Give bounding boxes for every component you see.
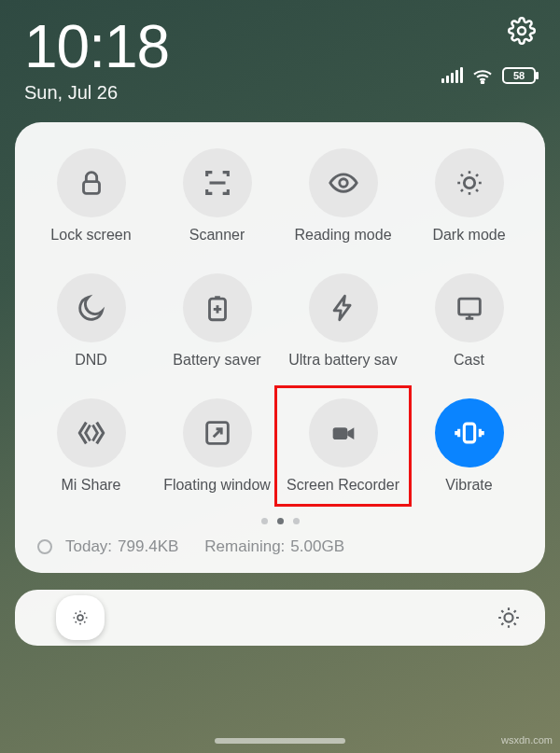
camcorder-icon (328, 417, 359, 449)
screen-recorder-toggle[interactable] (309, 398, 378, 467)
tile-cast[interactable]: Cast (406, 273, 532, 369)
tile-dark-mode[interactable]: Dark mode (406, 148, 532, 244)
page-dot[interactable] (261, 518, 268, 524)
tile-label: Vibrate (445, 477, 492, 494)
tile-label: Ultra battery sav (288, 352, 397, 369)
lock-icon (76, 167, 107, 199)
svg-point-2 (78, 615, 84, 621)
brightness-high-icon (497, 606, 521, 630)
eye-icon (328, 167, 359, 199)
brightness-slider[interactable] (15, 590, 545, 646)
data-usage-icon (37, 539, 52, 554)
tile-label: Lock screen (50, 227, 131, 244)
tile-reading-mode[interactable]: Reading mode (280, 148, 406, 244)
bolt-icon (328, 292, 359, 324)
tile-label: Reading mode (294, 227, 391, 244)
data-today-label: Today: (65, 537, 112, 556)
tile-mi-share[interactable]: Mi Share (28, 398, 154, 494)
vibrate-toggle[interactable] (435, 398, 504, 467)
page-dot[interactable] (277, 518, 284, 524)
cast-toggle[interactable] (435, 273, 504, 342)
tile-scanner[interactable]: Scanner (154, 148, 280, 244)
watermark: wsxdn.com (501, 734, 553, 746)
tile-label: Battery saver (173, 352, 260, 369)
ultra-battery-toggle[interactable] (309, 273, 378, 342)
signal-icon (441, 68, 463, 83)
tile-label: Screen Recorder (287, 477, 399, 494)
tile-label: Dark mode (432, 227, 505, 244)
settings-button[interactable] (508, 17, 536, 45)
data-remaining-value: 5.00GB (290, 537, 344, 556)
dark-mode-toggle[interactable] (435, 148, 504, 217)
scanner-icon (202, 167, 233, 199)
cast-icon (454, 292, 485, 324)
data-remaining-label: Remaining: (204, 537, 285, 556)
darkmode-icon (454, 167, 485, 199)
tile-ultra-battery[interactable]: Ultra battery sav (280, 273, 406, 369)
tile-battery-saver[interactable]: Battery saver (154, 273, 280, 369)
page-dot[interactable] (293, 518, 300, 524)
clock-date: Sun, Jul 26 (24, 82, 169, 104)
tile-label: Scanner (189, 227, 245, 244)
svg-point-3 (504, 613, 512, 621)
clock-time: 10:18 (24, 17, 169, 77)
tile-lock-screen[interactable]: Lock screen (28, 148, 154, 244)
tile-screen-recorder[interactable]: Screen Recorder (280, 398, 406, 494)
reading-mode-toggle[interactable] (309, 148, 378, 217)
tile-dnd[interactable]: DND (28, 273, 154, 369)
tile-label: Mi Share (61, 477, 120, 494)
data-usage-row[interactable]: Today: 799.4KB Remaining: 5.00GB (28, 537, 532, 556)
wifi-icon (472, 67, 493, 84)
tile-vibrate[interactable]: Vibrate (406, 398, 532, 494)
battery-indicator: 58 (502, 67, 536, 84)
tile-label: Floating window (163, 477, 271, 494)
tile-label: Cast (454, 352, 484, 369)
float-icon (202, 417, 233, 449)
moon-icon (76, 292, 107, 324)
brightness-low-icon (71, 608, 90, 627)
scanner-toggle[interactable] (183, 148, 252, 217)
battery-icon (202, 292, 233, 324)
svg-point-1 (482, 81, 483, 83)
vibrate-icon (454, 417, 485, 449)
mishare-icon (76, 417, 107, 449)
mi-share-toggle[interactable] (57, 398, 126, 467)
tile-label: DND (75, 352, 107, 369)
page-indicator[interactable] (28, 518, 532, 524)
tile-floating-window[interactable]: Floating window (154, 398, 280, 494)
brightness-thumb[interactable] (56, 595, 105, 640)
gear-icon (508, 17, 536, 45)
svg-point-0 (518, 27, 525, 35)
dnd-toggle[interactable] (57, 273, 126, 342)
quick-settings-panel: Lock screenScannerReading modeDark modeD… (15, 122, 545, 573)
data-today-value: 799.4KB (118, 537, 178, 556)
lock-screen-toggle[interactable] (57, 148, 126, 217)
floating-window-toggle[interactable] (183, 398, 252, 467)
battery-saver-toggle[interactable] (183, 273, 252, 342)
nav-gesture-pill[interactable] (215, 738, 345, 744)
